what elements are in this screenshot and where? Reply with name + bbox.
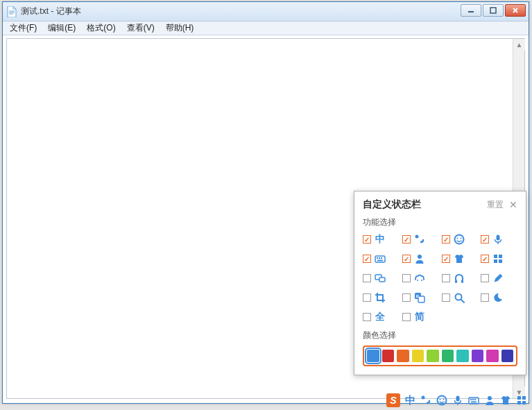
feature-moon-checkbox[interactable] <box>481 293 489 302</box>
menu-format[interactable]: 格式(O) <box>81 21 121 35</box>
user-icon <box>413 253 426 264</box>
ime-mic[interactable] <box>452 395 463 406</box>
ime-punct[interactable] <box>420 395 431 406</box>
feature-face[interactable] <box>402 271 439 285</box>
feature-lang-checkbox[interactable] <box>363 235 371 244</box>
color-swatch-7[interactable] <box>472 350 484 362</box>
feature-face-checkbox[interactable] <box>402 274 411 282</box>
feature-full[interactable]: 全 <box>363 310 400 324</box>
colors-section-label: 颜色选择 <box>363 330 517 341</box>
headphones-icon <box>453 273 465 284</box>
translate-icon <box>413 292 426 303</box>
svg-rect-26 <box>490 8 496 13</box>
maximize-button[interactable] <box>483 4 504 17</box>
menubar: 文件(F) 编辑(E) 格式(O) 查看(V) 帮助(H) <box>3 22 529 35</box>
color-swatch-4[interactable] <box>427 350 439 362</box>
close-button[interactable] <box>505 4 526 17</box>
color-swatch-5[interactable] <box>442 350 454 362</box>
feature-translate-checkbox[interactable] <box>402 293 411 302</box>
titlebar[interactable]: 测试.txt - 记事本 <box>3 2 529 22</box>
feature-moon[interactable] <box>481 291 517 305</box>
feature-grid[interactable] <box>481 252 517 266</box>
feature-headphones[interactable] <box>442 271 479 285</box>
ime-statusbar: S 中 <box>384 392 530 409</box>
color-swatch-2[interactable] <box>397 350 409 362</box>
face-icon <box>413 273 426 284</box>
feature-emoji-checkbox[interactable] <box>442 235 450 244</box>
window-title: 测试.txt - 记事本 <box>21 6 81 17</box>
feature-punct-checkbox[interactable] <box>402 235 411 244</box>
color-swatch-8[interactable] <box>486 350 499 362</box>
menu-file[interactable]: 文件(F) <box>4 21 42 35</box>
shirt-icon <box>453 253 465 264</box>
popup-close-icon[interactable]: ✕ <box>509 200 517 210</box>
menu-view[interactable]: 查看(V) <box>121 21 160 35</box>
feature-headphones-checkbox[interactable] <box>442 274 450 282</box>
feature-grid-checkbox[interactable] <box>481 255 489 263</box>
screens-icon <box>374 273 386 284</box>
feature-grid: 中全简 <box>363 232 517 324</box>
document-icon <box>7 6 17 17</box>
features-section-label: 功能选择 <box>363 216 517 228</box>
punct-icon <box>413 234 426 245</box>
mic-icon <box>492 234 504 245</box>
minimize-button[interactable] <box>461 4 481 17</box>
full-icon: 全 <box>374 311 386 323</box>
feature-lang[interactable]: 中 <box>363 232 400 246</box>
simp-icon: 简 <box>413 311 426 323</box>
feature-simp-checkbox[interactable] <box>402 313 411 321</box>
feature-pen[interactable] <box>481 271 517 285</box>
grid-icon <box>492 253 504 264</box>
feature-screens-checkbox[interactable] <box>363 274 371 282</box>
feature-emoji[interactable] <box>442 232 479 246</box>
color-swatch-3[interactable] <box>412 350 424 362</box>
feature-keyboard-checkbox[interactable] <box>363 255 371 263</box>
color-row <box>363 345 517 366</box>
feature-user-checkbox[interactable] <box>402 255 411 263</box>
reset-button[interactable]: 重置 <box>487 199 504 211</box>
pen-icon <box>492 273 504 284</box>
menu-help[interactable]: 帮助(H) <box>160 21 200 35</box>
search-icon <box>453 292 465 303</box>
feature-mic[interactable] <box>481 232 517 246</box>
feature-full-checkbox[interactable] <box>363 313 371 321</box>
ime-lang[interactable]: 中 <box>405 394 415 407</box>
feature-punct[interactable] <box>402 232 439 246</box>
feature-pen-checkbox[interactable] <box>481 274 489 282</box>
ime-emoji[interactable] <box>436 395 447 406</box>
feature-shirt[interactable] <box>442 252 479 266</box>
emoji-icon <box>453 234 465 245</box>
feature-keyboard[interactable] <box>363 252 400 266</box>
feature-translate[interactable] <box>402 291 439 305</box>
ime-logo-icon[interactable]: S <box>386 393 400 407</box>
menu-edit[interactable]: 编辑(E) <box>42 21 81 35</box>
scroll-up-icon[interactable]: ▲ <box>513 39 525 51</box>
feature-simp[interactable]: 简 <box>402 310 439 324</box>
feature-search[interactable] <box>442 291 479 305</box>
svg-rect-25 <box>468 11 474 12</box>
lang-icon: 中 <box>374 233 386 246</box>
color-swatch-9[interactable] <box>501 350 514 362</box>
color-swatch-6[interactable] <box>456 350 469 362</box>
feature-crop-checkbox[interactable] <box>363 293 371 302</box>
color-swatch-0[interactable] <box>367 350 379 362</box>
feature-shirt-checkbox[interactable] <box>442 255 450 263</box>
ime-keyboard[interactable] <box>468 395 479 406</box>
customize-statusbar-popup: 自定义状态栏 重置 ✕ 功能选择 中全简 颜色选择 <box>354 191 526 375</box>
feature-search-checkbox[interactable] <box>442 293 450 302</box>
feature-mic-checkbox[interactable] <box>481 235 489 244</box>
color-swatch-1[interactable] <box>382 350 395 362</box>
ime-user[interactable] <box>484 395 495 406</box>
feature-user[interactable] <box>402 252 439 266</box>
ime-grid[interactable] <box>516 395 527 406</box>
popup-title: 自定义状态栏 <box>363 198 421 211</box>
ime-shirt[interactable] <box>500 395 511 406</box>
feature-screens[interactable] <box>363 271 400 285</box>
keyboard-icon <box>374 253 386 264</box>
moon-icon <box>492 292 504 303</box>
crop-icon <box>374 292 386 303</box>
feature-crop[interactable] <box>363 291 400 305</box>
